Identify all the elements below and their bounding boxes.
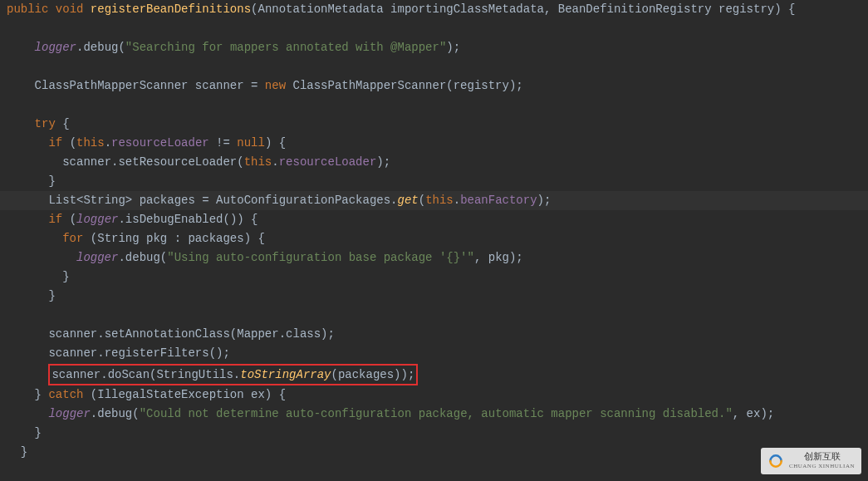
class-ref-mapper: Mapper	[237, 327, 278, 341]
code-line: if (logger.isDebugEnabled()) {	[7, 213, 258, 226]
code-line: ClassPathMapperScanner scanner = new Cla…	[7, 79, 523, 92]
code-line: }	[7, 270, 70, 283]
watermark: 创新互联 CHUANG XINHULIAN	[761, 448, 861, 474]
keyword-new: new	[265, 79, 286, 92]
logger-ref: logger	[35, 41, 76, 54]
code-line: }	[7, 289, 56, 302]
code-line: }	[7, 426, 42, 439]
keyword-if: if	[48, 136, 62, 150]
code-line: logger.debug("Could not determine auto-c…	[7, 407, 774, 420]
code-line-highlighted: scanner.doScan(StringUtils.toStringArray…	[7, 368, 418, 381]
string-literal: "Searching for mappers annotated with @M…	[125, 41, 446, 54]
static-method-toStringArray: toStringArray	[240, 368, 331, 381]
code-line: }	[7, 174, 56, 188]
watermark-logo-icon	[767, 453, 784, 469]
code-line: logger.debug("Searching for mappers anno…	[7, 41, 460, 54]
code-line: logger.debug("Using auto-configuration b…	[7, 251, 523, 264]
field-beanFactory: beanFactory	[460, 194, 537, 207]
field-resourceLoader: resourceLoader	[111, 136, 209, 150]
keyword-for: for	[62, 232, 83, 245]
code-line: public void registerBeanDefinitions(Anno…	[7, 2, 795, 16]
watermark-text: 创新互联 CHUANG XINHULIAN	[789, 451, 855, 471]
code-line: scanner.registerFilters();	[7, 346, 230, 360]
code-line: } catch (IllegalStateException ex) {	[7, 388, 286, 401]
highlighted-box: scanner.doScan(StringUtils.toStringArray…	[48, 364, 418, 385]
code-line: scanner.setResourceLoader(this.resourceL…	[7, 155, 390, 169]
keyword-void: void	[56, 2, 84, 16]
code-editor-cont[interactable]: if (logger.isDebugEnabled()) { for (Stri…	[0, 210, 868, 462]
code-line: try {	[7, 117, 70, 130]
static-method-get: get	[398, 194, 419, 207]
highlighted-line: List<String> packages = AutoConfiguratio…	[0, 191, 868, 210]
code-line: }	[7, 445, 27, 459]
code-line: for (String pkg : packages) {	[7, 232, 265, 245]
code-editor[interactable]: public void registerBeanDefinitions(Anno…	[0, 0, 868, 191]
keyword-public: public	[7, 2, 48, 16]
keyword-catch: catch	[48, 388, 83, 401]
code-line: if (this.resourceLoader != null) {	[7, 136, 286, 150]
method-decl: registerBeanDefinitions	[91, 2, 251, 16]
keyword-try: try	[35, 117, 56, 130]
code-line: scanner.setAnnotationClass(Mapper.class)…	[7, 327, 335, 341]
